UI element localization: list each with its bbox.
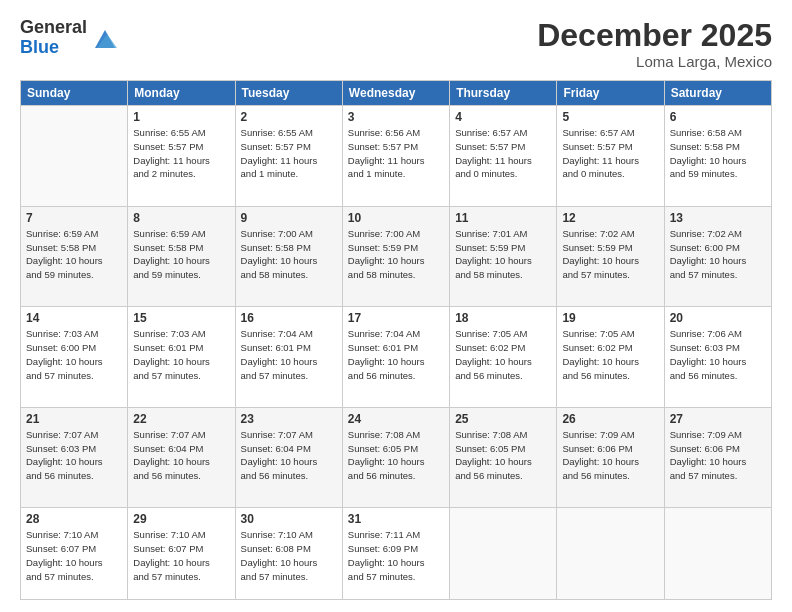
table-row: 3Sunrise: 6:56 AM Sunset: 5:57 PM Daylig…	[342, 106, 449, 207]
day-info: Sunrise: 7:02 AM Sunset: 6:00 PM Dayligh…	[670, 227, 766, 282]
day-number: 8	[133, 211, 229, 225]
day-number: 26	[562, 412, 658, 426]
day-number: 27	[670, 412, 766, 426]
day-number: 6	[670, 110, 766, 124]
day-info: Sunrise: 6:55 AM Sunset: 5:57 PM Dayligh…	[241, 126, 337, 181]
day-number: 25	[455, 412, 551, 426]
day-number: 12	[562, 211, 658, 225]
table-row: 6Sunrise: 6:58 AM Sunset: 5:58 PM Daylig…	[664, 106, 771, 207]
day-number: 1	[133, 110, 229, 124]
day-info: Sunrise: 7:10 AM Sunset: 6:07 PM Dayligh…	[133, 528, 229, 583]
day-number: 14	[26, 311, 122, 325]
day-number: 21	[26, 412, 122, 426]
table-row: 13Sunrise: 7:02 AM Sunset: 6:00 PM Dayli…	[664, 206, 771, 307]
day-info: Sunrise: 7:09 AM Sunset: 6:06 PM Dayligh…	[670, 428, 766, 483]
logo: General Blue	[20, 18, 119, 58]
col-tuesday: Tuesday	[235, 81, 342, 106]
table-row: 31Sunrise: 7:11 AM Sunset: 6:09 PM Dayli…	[342, 508, 449, 600]
day-number: 2	[241, 110, 337, 124]
table-row: 19Sunrise: 7:05 AM Sunset: 6:02 PM Dayli…	[557, 307, 664, 408]
table-row: 15Sunrise: 7:03 AM Sunset: 6:01 PM Dayli…	[128, 307, 235, 408]
day-info: Sunrise: 6:57 AM Sunset: 5:57 PM Dayligh…	[455, 126, 551, 181]
col-sunday: Sunday	[21, 81, 128, 106]
day-info: Sunrise: 7:03 AM Sunset: 6:00 PM Dayligh…	[26, 327, 122, 382]
day-number: 11	[455, 211, 551, 225]
table-row: 21Sunrise: 7:07 AM Sunset: 6:03 PM Dayli…	[21, 407, 128, 508]
logo-blue: Blue	[20, 38, 87, 58]
week-row-1: 1Sunrise: 6:55 AM Sunset: 5:57 PM Daylig…	[21, 106, 772, 207]
day-info: Sunrise: 6:56 AM Sunset: 5:57 PM Dayligh…	[348, 126, 444, 181]
day-info: Sunrise: 6:55 AM Sunset: 5:57 PM Dayligh…	[133, 126, 229, 181]
col-friday: Friday	[557, 81, 664, 106]
table-row: 27Sunrise: 7:09 AM Sunset: 6:06 PM Dayli…	[664, 407, 771, 508]
day-info: Sunrise: 7:02 AM Sunset: 5:59 PM Dayligh…	[562, 227, 658, 282]
day-info: Sunrise: 7:05 AM Sunset: 6:02 PM Dayligh…	[455, 327, 551, 382]
day-number: 19	[562, 311, 658, 325]
col-monday: Monday	[128, 81, 235, 106]
day-number: 3	[348, 110, 444, 124]
day-info: Sunrise: 7:07 AM Sunset: 6:04 PM Dayligh…	[133, 428, 229, 483]
table-row: 1Sunrise: 6:55 AM Sunset: 5:57 PM Daylig…	[128, 106, 235, 207]
week-row-4: 21Sunrise: 7:07 AM Sunset: 6:03 PM Dayli…	[21, 407, 772, 508]
table-row: 5Sunrise: 6:57 AM Sunset: 5:57 PM Daylig…	[557, 106, 664, 207]
calendar-header-row: Sunday Monday Tuesday Wednesday Thursday…	[21, 81, 772, 106]
table-row: 16Sunrise: 7:04 AM Sunset: 6:01 PM Dayli…	[235, 307, 342, 408]
calendar-table: Sunday Monday Tuesday Wednesday Thursday…	[20, 80, 772, 600]
day-number: 5	[562, 110, 658, 124]
table-row: 23Sunrise: 7:07 AM Sunset: 6:04 PM Dayli…	[235, 407, 342, 508]
day-info: Sunrise: 7:00 AM Sunset: 5:58 PM Dayligh…	[241, 227, 337, 282]
day-number: 15	[133, 311, 229, 325]
day-number: 13	[670, 211, 766, 225]
day-number: 29	[133, 512, 229, 526]
day-info: Sunrise: 6:59 AM Sunset: 5:58 PM Dayligh…	[133, 227, 229, 282]
week-row-2: 7Sunrise: 6:59 AM Sunset: 5:58 PM Daylig…	[21, 206, 772, 307]
table-row: 2Sunrise: 6:55 AM Sunset: 5:57 PM Daylig…	[235, 106, 342, 207]
day-number: 16	[241, 311, 337, 325]
table-row: 18Sunrise: 7:05 AM Sunset: 6:02 PM Dayli…	[450, 307, 557, 408]
logo-icon	[91, 24, 119, 52]
location: Loma Larga, Mexico	[537, 53, 772, 70]
day-info: Sunrise: 7:09 AM Sunset: 6:06 PM Dayligh…	[562, 428, 658, 483]
table-row	[664, 508, 771, 600]
day-info: Sunrise: 7:10 AM Sunset: 6:07 PM Dayligh…	[26, 528, 122, 583]
table-row	[450, 508, 557, 600]
table-row: 30Sunrise: 7:10 AM Sunset: 6:08 PM Dayli…	[235, 508, 342, 600]
logo-text: General Blue	[20, 18, 87, 58]
table-row: 7Sunrise: 6:59 AM Sunset: 5:58 PM Daylig…	[21, 206, 128, 307]
header: General Blue December 2025 Loma Larga, M…	[20, 18, 772, 70]
day-info: Sunrise: 6:57 AM Sunset: 5:57 PM Dayligh…	[562, 126, 658, 181]
page: General Blue December 2025 Loma Larga, M…	[0, 0, 792, 612]
day-info: Sunrise: 7:07 AM Sunset: 6:03 PM Dayligh…	[26, 428, 122, 483]
table-row: 24Sunrise: 7:08 AM Sunset: 6:05 PM Dayli…	[342, 407, 449, 508]
day-number: 4	[455, 110, 551, 124]
day-number: 30	[241, 512, 337, 526]
table-row: 9Sunrise: 7:00 AM Sunset: 5:58 PM Daylig…	[235, 206, 342, 307]
table-row: 17Sunrise: 7:04 AM Sunset: 6:01 PM Dayli…	[342, 307, 449, 408]
table-row: 29Sunrise: 7:10 AM Sunset: 6:07 PM Dayli…	[128, 508, 235, 600]
day-info: Sunrise: 7:08 AM Sunset: 6:05 PM Dayligh…	[455, 428, 551, 483]
day-info: Sunrise: 7:03 AM Sunset: 6:01 PM Dayligh…	[133, 327, 229, 382]
week-row-3: 14Sunrise: 7:03 AM Sunset: 6:00 PM Dayli…	[21, 307, 772, 408]
table-row: 11Sunrise: 7:01 AM Sunset: 5:59 PM Dayli…	[450, 206, 557, 307]
day-number: 18	[455, 311, 551, 325]
day-number: 22	[133, 412, 229, 426]
month-title: December 2025	[537, 18, 772, 53]
day-number: 31	[348, 512, 444, 526]
table-row: 8Sunrise: 6:59 AM Sunset: 5:58 PM Daylig…	[128, 206, 235, 307]
day-info: Sunrise: 7:04 AM Sunset: 6:01 PM Dayligh…	[348, 327, 444, 382]
title-block: December 2025 Loma Larga, Mexico	[537, 18, 772, 70]
day-number: 23	[241, 412, 337, 426]
table-row: 25Sunrise: 7:08 AM Sunset: 6:05 PM Dayli…	[450, 407, 557, 508]
table-row	[557, 508, 664, 600]
col-wednesday: Wednesday	[342, 81, 449, 106]
day-number: 17	[348, 311, 444, 325]
day-info: Sunrise: 7:11 AM Sunset: 6:09 PM Dayligh…	[348, 528, 444, 583]
day-number: 7	[26, 211, 122, 225]
day-info: Sunrise: 7:08 AM Sunset: 6:05 PM Dayligh…	[348, 428, 444, 483]
table-row: 10Sunrise: 7:00 AM Sunset: 5:59 PM Dayli…	[342, 206, 449, 307]
day-number: 20	[670, 311, 766, 325]
day-info: Sunrise: 7:01 AM Sunset: 5:59 PM Dayligh…	[455, 227, 551, 282]
table-row	[21, 106, 128, 207]
day-info: Sunrise: 6:58 AM Sunset: 5:58 PM Dayligh…	[670, 126, 766, 181]
day-number: 10	[348, 211, 444, 225]
